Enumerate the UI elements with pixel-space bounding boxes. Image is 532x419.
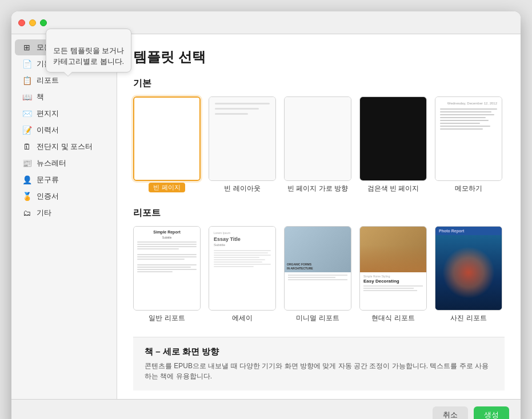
main-content: ⊞ 모든 템플릿 📄 기본 📋 리포트 📖 책 ✉️ 편지지 📝 이력서 [11,34,521,399]
photo-report-thumb[interactable]: Photo Report [435,226,502,311]
traffic-lights [18,19,47,26]
cancel-button[interactable]: 취소 [433,406,468,419]
black-page-thumb[interactable] [359,96,427,181]
photo-report-label: 사진 리포트 [450,313,486,323]
modern-report-label: 현대식 리포트 [371,313,414,323]
general-report-label: 일반 리포트 [149,313,185,323]
minimal-report-label: 미니멀 리포트 [296,313,339,323]
blank-landscape-label: 빈 페이지 가로 방향 [287,184,348,194]
sidebar-item-flyer[interactable]: 🗓 전단지 및 포스터 [15,139,113,155]
template-general-report[interactable]: Simple Report Subtitle [133,226,201,323]
bottom-section: 책 – 세로 화면 방향 콘텐츠를 EPUB으로 내보낼 때 다양한 기기와 화… [133,337,505,390]
basic-section-title: 기본 [133,78,505,90]
report-template-grid: Simple Report Subtitle [133,226,505,323]
black-page-label: 검은색 빈 페이지 [367,184,419,194]
page-title: 템플릿 선택 [133,48,505,66]
memo-label: 메모하기 [455,184,482,194]
template-photo-report[interactable]: Photo Report 사진 리포트 [435,226,502,323]
template-minimal-report[interactable]: ORGANIC FORMSIN ARCHITECTURE 미니멀 리포트 [284,226,351,323]
app-window: 모든 템플릿을 보거나 카테고리별로 봅니다. ⊞ 모든 템플릿 📄 기본 📋 … [11,11,521,419]
selected-label: 빈 페이지 [149,183,185,192]
sidebar: ⊞ 모든 템플릿 📄 기본 📋 리포트 📖 책 ✉️ 편지지 📝 이력서 [11,34,117,399]
blank-layout-bg [209,97,275,180]
newsletter-icon: 📰 [22,158,32,168]
close-button[interactable] [18,19,25,26]
other-icon: 🗂 [22,208,32,218]
blank-layout-label: 빈 레이아웃 [224,184,260,194]
template-essay[interactable]: Lorem Ipsum Essay Title Subtitle [209,226,276,323]
essay-thumb[interactable]: Lorem Ipsum Essay Title Subtitle [209,226,276,311]
essay-label: 에세이 [232,313,253,323]
sidebar-item-letter[interactable]: ✉️ 편지지 [15,106,113,122]
template-blank-layout[interactable]: 빈 레이아웃 [209,96,276,194]
tooltip: 모든 템플릿을 보거나 카테고리별로 봅니다. [46,29,131,72]
minimize-button[interactable] [29,19,36,26]
blank-layout-thumb[interactable] [209,96,276,181]
template-memo[interactable]: Wednesday, December 12, 2012 [435,96,502,194]
all-templates-icon: ⊞ [22,42,32,53]
basic-icon: 📄 [22,59,32,69]
template-modern-report[interactable]: Simple Home Styling Easy Decorating 현대식 … [359,226,427,323]
bottom-section-title: 책 – 세로 화면 방향 [145,347,493,357]
report-section-title: 리포트 [133,207,505,219]
sidebar-item-cert[interactable]: 🏅 인증서 [15,188,113,204]
resume-icon: 📝 [22,125,32,135]
report-icon: 📋 [22,75,32,86]
footer: 취소 생성 [11,399,521,419]
general-report-thumb[interactable]: Simple Report Subtitle [133,226,201,311]
blank-landscape-bg [285,97,351,180]
template-blank-page[interactable]: 빈 페이지 [133,96,201,194]
modern-report-thumb[interactable]: Simple Home Styling Easy Decorating [359,226,427,311]
bottom-section-text: 콘텐츠를 EPUB으로 내보낼 때 다양한 기기와 화면 방향에 맞게 자동 공… [145,361,493,381]
basic-template-grid: 빈 페이지 빈 레이아웃 [133,96,505,194]
content-area: 템플릿 선택 기본 빈 페이지 [117,34,521,399]
sidebar-item-misc[interactable]: 👤 문구류 [15,172,113,188]
book-icon: 📖 [22,92,32,102]
flyer-icon: 🗓 [22,142,32,152]
cert-icon: 🏅 [22,191,32,202]
blank-white-bg [134,98,199,180]
maximize-button[interactable] [40,19,47,26]
black-page-bg [360,97,426,180]
minimal-report-thumb[interactable]: ORGANIC FORMSIN ARCHITECTURE [284,226,351,311]
blank-page-thumb[interactable] [133,96,201,181]
sidebar-item-newsletter[interactable]: 📰 뉴스레터 [15,155,113,171]
blank-landscape-thumb[interactable] [284,96,351,181]
create-button[interactable]: 생성 [474,406,509,419]
template-blank-landscape[interactable]: 빈 페이지 가로 방향 [284,96,351,194]
sidebar-item-resume[interactable]: 📝 이력서 [15,122,113,138]
memo-thumb[interactable]: Wednesday, December 12, 2012 [435,96,502,181]
template-black-page[interactable]: 검은색 빈 페이지 [359,96,427,194]
misc-icon: 👤 [22,175,32,185]
letter-icon: ✉️ [22,108,32,119]
sidebar-item-book[interactable]: 📖 책 [15,89,113,105]
sidebar-item-other[interactable]: 🗂 기타 [15,205,113,221]
